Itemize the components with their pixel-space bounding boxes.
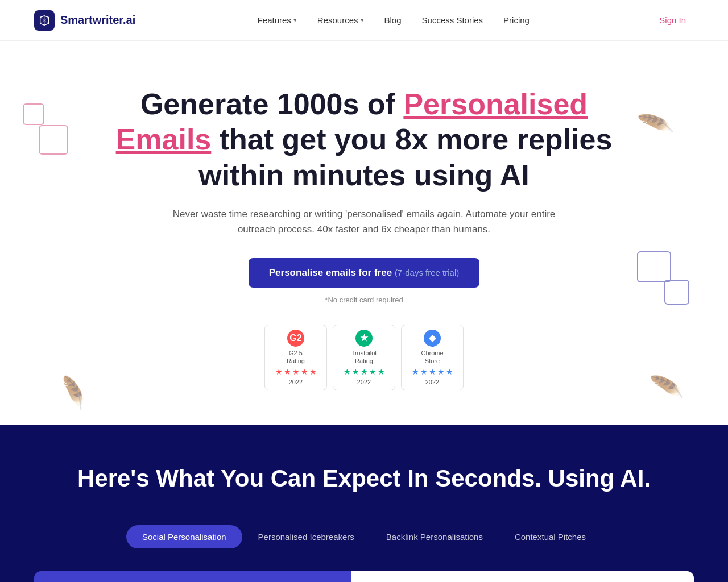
g2-year: 2022 (289, 379, 303, 385)
panel-right: Generated AI First Line (351, 571, 694, 582)
tab-personalised-icebreakers[interactable]: Personalised Icebreakers (242, 525, 370, 548)
badges-row: G2 G2 5Rating ★★★★★ 2022 ★ TrustpilotRat… (23, 325, 705, 391)
dark-section-title: Here's What You Can Expect In Seconds. U… (34, 464, 694, 493)
nav-resources[interactable]: Resources ▾ (309, 11, 372, 30)
chevron-down-icon: ▾ (361, 16, 364, 24)
panel-left: Personalise With Social Activity (34, 571, 351, 582)
signin-link[interactable]: Sign In (651, 11, 694, 30)
nav-blog[interactable]: Blog (377, 11, 410, 30)
tab-backlink-personalisations[interactable]: Backlink Personalisations (370, 525, 499, 548)
tab-contextual-pitches[interactable]: Contextual Pitches (499, 525, 602, 548)
badge-chrome: ◆ ChromeStore ★★★★★ 2022 (401, 325, 464, 391)
no-cc-text: *No credit card required (23, 296, 705, 304)
chrome-stars: ★★★★★ (412, 367, 453, 376)
panels-row: Personalise With Social Activity Generat… (34, 571, 694, 582)
dark-section: Here's What You Can Expect In Seconds. U… (0, 425, 728, 582)
tp-label: TrustpilotRating (351, 349, 377, 365)
badge-g2: G2 G2 5Rating ★★★★★ 2022 (264, 325, 327, 391)
deco-square-1 (23, 103, 44, 125)
logo-icon (34, 10, 55, 31)
g2-label: G2 5Rating (287, 349, 305, 365)
tp-stars: ★★★★★ (344, 367, 385, 376)
cta-button[interactable]: Personalise emails for free (7-days free… (249, 258, 480, 288)
deco-square-3 (637, 251, 671, 282)
g2-logo: G2 (287, 330, 304, 347)
badge-trustpilot: ★ TrustpilotRating ★★★★★ 2022 (333, 325, 395, 391)
chevron-down-icon: ▾ (293, 16, 297, 24)
feather-icon-tr: 🪶 (636, 105, 675, 143)
deco-square-2 (39, 125, 68, 155)
nav-features[interactable]: Features ▾ (250, 11, 305, 30)
hero-title: Generate 1000s of Personalised Emails th… (108, 86, 620, 193)
hero-subtitle: Never waste time researching or writing … (171, 206, 557, 237)
logo-text: Smartwriter.ai (60, 14, 135, 27)
g2-stars: ★★★★★ (275, 367, 317, 376)
hero-section: 🪶 🪶 🪶 Generate 1000s of Personalised Ema… (0, 41, 728, 425)
chrome-label: ChromeStore (421, 349, 443, 365)
navbar: Smartwriter.ai Features ▾ Resources ▾ Bl… (0, 0, 728, 41)
logo-link[interactable]: Smartwriter.ai (34, 10, 135, 31)
chrome-logo: ◆ (424, 330, 441, 347)
trustpilot-logo: ★ (355, 330, 373, 347)
tp-year: 2022 (357, 379, 371, 385)
nav-pricing[interactable]: Pricing (495, 11, 537, 30)
feather-icon-br: 🪶 (649, 370, 685, 405)
chrome-year: 2022 (425, 379, 439, 385)
tabs-row: Social Personalisation Personalised Iceb… (34, 525, 694, 548)
nav-links: Features ▾ Resources ▾ Blog Success Stor… (250, 11, 537, 30)
nav-success-stories[interactable]: Success Stories (414, 11, 491, 30)
tab-social-personalisation[interactable]: Social Personalisation (126, 525, 242, 548)
